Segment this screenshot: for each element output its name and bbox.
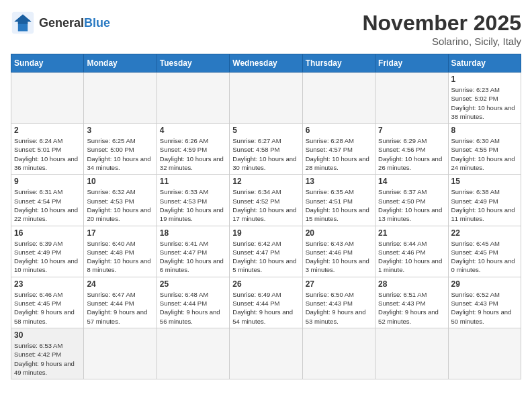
calendar-cell: [84, 73, 157, 124]
weekday-header-sunday: Sunday: [11, 54, 84, 73]
weekday-header-friday: Friday: [375, 54, 448, 73]
day-number: 12: [232, 177, 299, 186]
day-info: Sunrise: 6:26 AM Sunset: 4:59 PM Dayligh…: [160, 136, 226, 172]
weekday-header-tuesday: Tuesday: [157, 54, 229, 73]
day-info: Sunrise: 6:23 AM Sunset: 5:02 PM Dayligh…: [451, 85, 518, 121]
day-number: 21: [378, 228, 445, 238]
calendar-cell: [302, 73, 375, 124]
day-number: 23: [14, 279, 81, 289]
calendar-cell: 17Sunrise: 6:40 AM Sunset: 4:48 PM Dayli…: [84, 226, 157, 277]
calendar-cell: 2Sunrise: 6:24 AM Sunset: 5:01 PM Daylig…: [11, 124, 84, 175]
calendar-week-row-3: 9Sunrise: 6:31 AM Sunset: 4:54 PM Daylig…: [11, 175, 521, 226]
title-block: November 2025 Solarino, Sicily, Italy: [362, 11, 521, 47]
day-number: 8: [451, 126, 518, 135]
header: GeneralBlue November 2025 Solarino, Sici…: [11, 11, 521, 47]
calendar-cell: 16Sunrise: 6:39 AM Sunset: 4:49 PM Dayli…: [11, 226, 84, 277]
calendar-cell: 13Sunrise: 6:35 AM Sunset: 4:51 PM Dayli…: [302, 175, 375, 226]
day-number: 2: [14, 126, 81, 135]
calendar-cell: [375, 328, 448, 379]
day-info: Sunrise: 6:38 AM Sunset: 4:49 PM Dayligh…: [451, 187, 518, 223]
weekday-header-wednesday: Wednesday: [230, 54, 302, 73]
day-info: Sunrise: 6:42 AM Sunset: 4:47 PM Dayligh…: [232, 239, 299, 275]
calendar-cell: [448, 328, 521, 379]
day-info: Sunrise: 6:52 AM Sunset: 4:43 PM Dayligh…: [451, 290, 518, 326]
day-number: 20: [306, 228, 372, 238]
calendar-cell: 23Sunrise: 6:46 AM Sunset: 4:45 PM Dayli…: [11, 277, 84, 328]
day-number: 28: [378, 279, 445, 289]
calendar-cell: 9Sunrise: 6:31 AM Sunset: 4:54 PM Daylig…: [11, 175, 84, 226]
weekday-header-saturday: Saturday: [448, 54, 521, 73]
day-number: 16: [14, 228, 81, 238]
calendar-cell: 25Sunrise: 6:48 AM Sunset: 4:44 PM Dayli…: [157, 277, 229, 328]
weekday-header-row: SundayMondayTuesdayWednesdayThursdayFrid…: [11, 54, 521, 73]
calendar-cell: 15Sunrise: 6:38 AM Sunset: 4:49 PM Dayli…: [448, 175, 521, 226]
day-info: Sunrise: 6:41 AM Sunset: 4:47 PM Dayligh…: [160, 239, 226, 275]
calendar-cell: 4Sunrise: 6:26 AM Sunset: 4:59 PM Daylig…: [157, 124, 229, 175]
calendar-cell: [84, 328, 157, 379]
calendar-cell: [302, 328, 375, 379]
day-number: 15: [451, 177, 518, 186]
day-info: Sunrise: 6:27 AM Sunset: 4:58 PM Dayligh…: [232, 136, 299, 172]
calendar-cell: 8Sunrise: 6:30 AM Sunset: 4:55 PM Daylig…: [448, 124, 521, 175]
day-info: Sunrise: 6:39 AM Sunset: 4:49 PM Dayligh…: [14, 239, 81, 275]
calendar-cell: 21Sunrise: 6:44 AM Sunset: 4:46 PM Dayli…: [375, 226, 448, 277]
day-info: Sunrise: 6:47 AM Sunset: 4:44 PM Dayligh…: [87, 290, 153, 326]
day-number: 18: [160, 228, 226, 238]
day-info: Sunrise: 6:35 AM Sunset: 4:51 PM Dayligh…: [306, 187, 372, 223]
calendar-cell: 26Sunrise: 6:49 AM Sunset: 4:44 PM Dayli…: [230, 277, 302, 328]
calendar-cell: 1Sunrise: 6:23 AM Sunset: 5:02 PM Daylig…: [448, 73, 521, 124]
calendar-week-row-2: 2Sunrise: 6:24 AM Sunset: 5:01 PM Daylig…: [11, 124, 521, 175]
day-info: Sunrise: 6:48 AM Sunset: 4:44 PM Dayligh…: [160, 290, 226, 326]
calendar-cell: [157, 328, 229, 379]
day-info: Sunrise: 6:44 AM Sunset: 4:46 PM Dayligh…: [378, 239, 445, 275]
calendar-cell: 12Sunrise: 6:34 AM Sunset: 4:52 PM Dayli…: [230, 175, 302, 226]
day-info: Sunrise: 6:34 AM Sunset: 4:52 PM Dayligh…: [232, 187, 299, 223]
day-info: Sunrise: 6:32 AM Sunset: 4:53 PM Dayligh…: [87, 187, 153, 223]
day-info: Sunrise: 6:46 AM Sunset: 4:45 PM Dayligh…: [14, 290, 81, 326]
calendar-cell: 24Sunrise: 6:47 AM Sunset: 4:44 PM Dayli…: [84, 277, 157, 328]
calendar-cell: [230, 328, 302, 379]
day-number: 19: [232, 228, 299, 238]
calendar-week-row-4: 16Sunrise: 6:39 AM Sunset: 4:49 PM Dayli…: [11, 226, 521, 277]
calendar-week-row-6: 30Sunrise: 6:53 AM Sunset: 4:42 PM Dayli…: [11, 328, 521, 379]
day-number: 6: [306, 126, 372, 135]
calendar-cell: 14Sunrise: 6:37 AM Sunset: 4:50 PM Dayli…: [375, 175, 448, 226]
calendar-cell: 29Sunrise: 6:52 AM Sunset: 4:43 PM Dayli…: [448, 277, 521, 328]
day-number: 30: [14, 330, 81, 340]
calendar-week-row-5: 23Sunrise: 6:46 AM Sunset: 4:45 PM Dayli…: [11, 277, 521, 328]
calendar-cell: 18Sunrise: 6:41 AM Sunset: 4:47 PM Dayli…: [157, 226, 229, 277]
day-info: Sunrise: 6:29 AM Sunset: 4:56 PM Dayligh…: [378, 136, 445, 172]
day-number: 9: [14, 177, 81, 186]
day-info: Sunrise: 6:28 AM Sunset: 4:57 PM Dayligh…: [306, 136, 372, 172]
day-number: 14: [378, 177, 445, 186]
calendar-cell: 6Sunrise: 6:28 AM Sunset: 4:57 PM Daylig…: [302, 124, 375, 175]
day-info: Sunrise: 6:37 AM Sunset: 4:50 PM Dayligh…: [378, 187, 445, 223]
day-info: Sunrise: 6:45 AM Sunset: 4:45 PM Dayligh…: [451, 239, 518, 275]
day-number: 7: [378, 126, 445, 135]
day-info: Sunrise: 6:31 AM Sunset: 4:54 PM Dayligh…: [14, 187, 81, 223]
month-title: November 2025: [362, 11, 521, 36]
location: Solarino, Sicily, Italy: [362, 36, 521, 47]
day-number: 26: [232, 279, 299, 289]
day-number: 10: [87, 177, 153, 186]
calendar-cell: 27Sunrise: 6:50 AM Sunset: 4:43 PM Dayli…: [302, 277, 375, 328]
day-info: Sunrise: 6:43 AM Sunset: 4:46 PM Dayligh…: [306, 239, 372, 275]
day-info: Sunrise: 6:30 AM Sunset: 4:55 PM Dayligh…: [451, 136, 518, 172]
day-info: Sunrise: 6:49 AM Sunset: 4:44 PM Dayligh…: [232, 290, 299, 326]
calendar-cell: 28Sunrise: 6:51 AM Sunset: 4:43 PM Dayli…: [375, 277, 448, 328]
calendar-cell: 10Sunrise: 6:32 AM Sunset: 4:53 PM Dayli…: [84, 175, 157, 226]
weekday-header-monday: Monday: [84, 54, 157, 73]
day-info: Sunrise: 6:25 AM Sunset: 5:00 PM Dayligh…: [87, 136, 153, 172]
calendar-cell: [375, 73, 448, 124]
calendar-cell: 22Sunrise: 6:45 AM Sunset: 4:45 PM Dayli…: [448, 226, 521, 277]
calendar-table: SundayMondayTuesdayWednesdayThursdayFrid…: [11, 54, 521, 379]
calendar-week-row-1: 1Sunrise: 6:23 AM Sunset: 5:02 PM Daylig…: [11, 73, 521, 124]
day-number: 11: [160, 177, 226, 186]
day-number: 25: [160, 279, 226, 289]
calendar-cell: 20Sunrise: 6:43 AM Sunset: 4:46 PM Dayli…: [302, 226, 375, 277]
calendar-cell: 5Sunrise: 6:27 AM Sunset: 4:58 PM Daylig…: [230, 124, 302, 175]
day-number: 5: [232, 126, 299, 135]
day-number: 27: [306, 279, 372, 289]
day-number: 13: [306, 177, 372, 186]
day-number: 29: [451, 279, 518, 289]
